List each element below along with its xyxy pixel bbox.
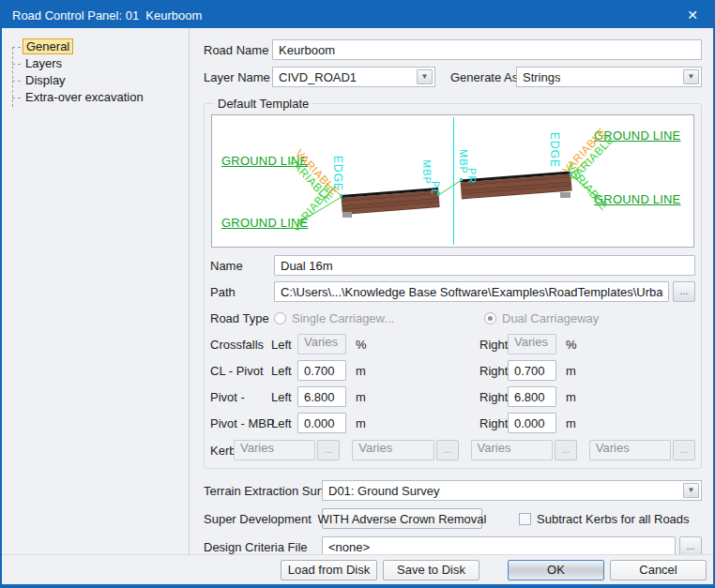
kerb-browse-button: ... — [436, 440, 459, 460]
unit-label: % — [356, 338, 369, 352]
dual-carriageway-option: Dual Carriageway — [484, 311, 599, 325]
road-type-label: Road Type — [210, 311, 274, 325]
close-icon[interactable]: ✕ — [672, 2, 713, 28]
road-name-row: Road Name — [204, 39, 702, 60]
pivot-mbp-left-input[interactable] — [297, 413, 346, 433]
right-label: Right — [479, 364, 508, 378]
unit-label: m — [356, 390, 369, 404]
dual-carriageway-radio — [484, 312, 496, 324]
right-label: Right — [479, 338, 508, 352]
kerb-browse-button: ... — [317, 440, 340, 460]
pivot-mbp-row: Pivot - MBP Left m Right m — [210, 413, 695, 433]
road-name-label: Road Name — [204, 43, 272, 57]
layer-row: Layer Name CIVD_ROAD1 ▼ Generate As Stri… — [204, 67, 702, 87]
single-carriageway-label: Single Carriagew... — [292, 311, 394, 325]
footer-bar: Load from Disk Save to Disk OK Cancel — [2, 554, 713, 584]
cl-pivot-label: CL - Pivot — [210, 364, 271, 378]
edge-label: EDGE — [332, 156, 343, 191]
edge-label: EDGE — [549, 132, 560, 168]
pr-label: PR — [466, 168, 477, 184]
single-carriageway-radio — [274, 312, 286, 324]
sidebar-item-extra-over-excavation[interactable]: Extra-over excavation — [23, 90, 189, 106]
edge-marker — [340, 194, 342, 197]
load-from-disk-button[interactable]: Load from Disk — [281, 560, 377, 580]
left-carriageway-bar — [341, 188, 439, 215]
template-name-row: Name — [210, 255, 695, 276]
template-path-label: Path — [210, 285, 274, 299]
unit-label: m — [356, 416, 369, 430]
kerb-browse-button: ... — [673, 440, 695, 460]
super-development-label: Super Development — [204, 512, 322, 526]
ok-button[interactable]: OK — [508, 560, 604, 580]
window-title: Road Control Panel: 01 Keurboom — [2, 8, 202, 23]
cl-pivot-right-input[interactable] — [508, 360, 556, 381]
road-type-row: Road Type Single Carriagew... Dual Carri… — [210, 308, 695, 328]
left-label: Left — [271, 338, 297, 352]
subtract-kerbs-label: Subtract Kerbs for all Roads — [537, 512, 690, 526]
unit-label: % — [566, 338, 577, 352]
dropdown-icon[interactable]: ▼ — [417, 69, 433, 84]
pivot-right-input[interactable] — [508, 386, 556, 407]
median-tie-line — [439, 180, 462, 195]
pivot-left-input[interactable] — [297, 386, 346, 407]
cl-pivot-left-input[interactable] — [297, 360, 346, 381]
pivot-mbp-label: Pivot - MBP — [210, 416, 271, 430]
terrain-combo[interactable]: D01: Ground Survey ▼ — [322, 480, 702, 501]
unit-label: m — [566, 390, 576, 404]
cl-pivot-row: CL - Pivot Left m Right m — [210, 360, 695, 381]
template-path-input[interactable] — [274, 281, 669, 302]
unit-label: m — [356, 364, 369, 378]
crossfalls-right-field: Varies — [508, 334, 556, 354]
pivot-mbp-right-input[interactable] — [508, 413, 556, 433]
terrain-row: Terrain Extraction Surface D01: Ground S… — [204, 480, 702, 501]
left-kerb-notch — [342, 212, 352, 218]
mbp-marker — [460, 178, 463, 181]
dual-carriageway-label: Dual Carriageway — [502, 311, 599, 325]
default-template-title: Default Template — [214, 97, 312, 111]
dropdown-icon[interactable]: ▼ — [683, 483, 699, 498]
adverse-crown-removal-button[interactable]: WITH Adverse Crown Removal — [322, 508, 482, 529]
unit-label: m — [566, 416, 576, 430]
save-to-disk-button[interactable]: Save to Disk — [383, 560, 479, 580]
kerb-field-4: Varies — [589, 440, 671, 460]
cancel-button[interactable]: Cancel — [610, 560, 707, 580]
super-development-row: Super Development WITH Adverse Crown Rem… — [204, 508, 702, 529]
right-kerb-notch — [560, 192, 570, 198]
titlebar: Road Control Panel: 01 Keurboom ✕ — [2, 2, 713, 28]
left-label: Left — [271, 364, 297, 378]
dropdown-icon[interactable]: ▼ — [683, 69, 699, 84]
left-label: Left — [271, 390, 297, 404]
template-path-row: Path ... — [210, 281, 695, 302]
layer-name-label: Layer Name — [204, 70, 272, 84]
road-name-input[interactable] — [272, 39, 702, 60]
crossfalls-label: Crossfalls — [210, 338, 271, 352]
sidebar-item-general[interactable]: General — [23, 39, 189, 55]
centerline — [453, 117, 454, 245]
template-preview-canvas: GROUND LINE GROUND LINE GROUND LINE GROU… — [211, 114, 694, 248]
sidebar: General Layers Display Extra-over excava… — [2, 28, 190, 554]
template-name-label: Name — [210, 259, 274, 273]
left-label: Left — [271, 416, 297, 430]
generate-as-combo[interactable]: Strings ▼ — [516, 67, 702, 87]
generate-as-label: Generate As — [450, 70, 516, 84]
pivot-row: Pivot - Left m Right m — [210, 386, 695, 407]
crossfalls-left-field: Varies — [297, 334, 346, 354]
general-panel: Road Name Layer Name CIVD_ROAD1 ▼ Genera… — [190, 28, 711, 554]
layer-name-combo[interactable]: CIVD_ROAD1 ▼ — [272, 67, 435, 87]
right-label: Right — [479, 416, 508, 430]
pivot-label: Pivot - — [210, 390, 271, 404]
pl-label: PL — [430, 181, 440, 195]
sidebar-item-layers[interactable]: Layers — [23, 56, 189, 72]
kerbs-label: Kerbs — [210, 444, 234, 458]
unit-label: m — [566, 364, 576, 378]
right-label: Right — [479, 390, 508, 404]
crossfalls-row: Crossfalls Left Varies % Right Varies % — [210, 334, 695, 354]
path-browse-button[interactable]: ... — [673, 281, 695, 302]
sidebar-item-display[interactable]: Display — [23, 73, 189, 89]
single-carriageway-option: Single Carriagew... — [274, 311, 484, 325]
settings-tree: General Layers Display Extra-over excava… — [2, 28, 189, 106]
template-name-input[interactable] — [274, 255, 695, 276]
kerb-field-2: Varies — [352, 440, 434, 460]
kerbs-row: Kerbs Varies ... Varies ... Varies ... V… — [210, 440, 695, 460]
subtract-kerbs-checkbox[interactable] — [519, 513, 531, 525]
